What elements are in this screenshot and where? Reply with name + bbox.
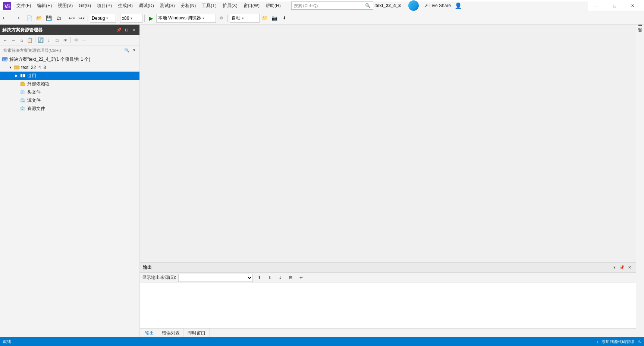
panel-collapse[interactable]: ↕ [45,37,53,44]
svg-text:C++: C++ [15,67,19,69]
output-source-select[interactable] [178,274,253,282]
panel-showall[interactable]: □ [53,37,61,44]
output-btn-down[interactable]: ⬇ [266,274,274,282]
menu-item-window[interactable]: 窗口(W) [241,1,263,10]
src-label: 源文件 [27,97,139,104]
panel-misc[interactable]: — [81,37,88,44]
toolbar-forward-button[interactable]: ⟶ [12,13,21,23]
svg-marker-13 [21,90,24,91]
toolbar-separator-4 [118,15,118,22]
output-dropdown-btn[interactable]: ▾ [611,264,618,271]
tree-header-files[interactable]: ▶ .h 头文件 [0,88,139,96]
tree-area: SLN 解决方案"text_22_4_3"(1 个项目/共 1 个) ▼ C++… [0,55,139,337]
toolbar-separator-5 [144,15,145,22]
ref-label: 引用 [27,73,139,79]
global-search-box[interactable]: 🔍 [291,1,373,10]
toolbar-back-button[interactable]: ⟵ [1,13,11,23]
project-node[interactable]: ▼ C++ text_22_4_3 [0,63,139,72]
debug-target-dropdown[interactable]: 本地 Windows 调试器 ▾ [156,14,216,23]
toolbar-attach-button[interactable]: ⚙ [217,13,226,23]
output-close-btn[interactable]: ✕ [626,264,633,271]
platform-dropdown[interactable]: x86 ▾ [120,14,142,23]
toolbar-undo-button[interactable]: ↩ ▾ [67,13,76,23]
tree-references[interactable]: ▶ 引用 [0,72,139,80]
search-input[interactable] [294,3,365,8]
toolbar-separator-3 [88,15,88,22]
debug-target-label: 本地 Windows 调试器 [158,15,201,21]
tree-resource-files[interactable]: ▶ .rc 资源文件 [0,104,139,113]
menu-item-debug[interactable]: 调试(D) [136,1,157,10]
menu-item-help[interactable]: 帮助(H) [263,1,284,10]
output-pin-btn[interactable]: 📌 [619,264,625,271]
panel-view[interactable]: 👁 [62,37,69,44]
toolbar-newsolution-button[interactable]: 📄 [25,13,34,23]
toolbar-open-button[interactable]: 📂 [35,13,44,23]
account-icon[interactable]: 🌐 [408,0,419,11]
toolbar-view1-button[interactable]: 📁 [260,13,269,23]
output-tab-immediate[interactable]: 即时窗口 [184,328,210,337]
menu-item-analyze[interactable]: 分析(N) [178,1,199,10]
right-panel-toolbox[interactable]: 工具箱 [637,32,644,38]
panel-settings[interactable]: ⚙ [72,37,80,44]
output-content [140,283,636,328]
panel-pin-alt-button[interactable]: ⊟ [123,26,130,33]
menu-item-build[interactable]: 生成(B) [115,1,136,10]
panel-show-all[interactable]: 📋 [26,37,34,44]
solution-search-button[interactable]: 🔍 [123,47,131,54]
solution-node[interactable]: SLN 解决方案"text_22_4_3"(1 个项目/共 1 个) [0,55,139,63]
toolbar-view3-button[interactable]: ⬇ [280,13,289,23]
panel-pin-button[interactable]: 📌 [116,26,122,33]
svg-marker-19 [21,106,24,107]
menu-item-test[interactable]: 测试(S) [157,1,178,10]
panel-close-button[interactable]: ✕ [131,26,137,33]
menu-item-file[interactable]: 文件(F) [13,1,34,10]
toolbar-save-button[interactable]: 💾 [44,13,53,23]
status-up-icon: ↑ [597,339,599,344]
panel-home[interactable]: ⌂ [18,37,25,44]
status-source-control[interactable]: 添加到源代码管理 [601,339,634,345]
hdr-label: 头文件 [27,89,139,95]
live-share-button[interactable]: ↗ Live Share [422,2,453,9]
live-share-label: Live Share [430,3,451,8]
output-btn-word-wrap[interactable]: ↩ [297,274,305,282]
toolbar-saveall-button[interactable]: 🗂 [54,13,63,23]
panel-refresh[interactable]: 🔄 [37,37,44,44]
menu-item-tools[interactable]: 工具(T) [199,1,219,10]
solution-search-more[interactable]: ▾ [131,47,138,54]
output-btn-up[interactable]: ⬆ [255,274,263,282]
output-btn-clear[interactable]: ⊟ [286,274,295,282]
status-bar: 就绪 ↑ 添加到源代码管理 ⚠ [0,337,644,346]
output-panel-header: 输出 ▾ 📌 ✕ [140,263,636,273]
hdr-icon: .h [19,89,26,95]
toolbar-view2-button[interactable]: 📷 [270,13,279,23]
toolbar-run-button[interactable]: ▶ [147,13,155,23]
ref-expand[interactable]: ▶ [13,73,19,79]
editor-area: 输出 ▾ 📌 ✕ 显示输出来源(S): ⬆ ⬇ ⤓ ⊟ ↩ [140,25,636,337]
title-bar: V S 文件(F) 编辑(E) 视图(V) Git(G) 项目(P) 生成(B)… [0,0,644,12]
menu-item-extensions[interactable]: 扩展(X) [220,1,241,10]
solution-search-input[interactable] [1,47,123,54]
toolbar-redo-button[interactable]: ↪ ▾ [77,13,86,23]
output-tab-errors[interactable]: 错误列表 [158,328,184,337]
panel-nav-forward[interactable]: → [10,37,17,44]
project-expand[interactable]: ▼ [7,65,13,70]
close-button[interactable]: ✕ [624,0,641,12]
maximize-button[interactable]: □ [606,0,623,12]
menu-item-edit[interactable]: 编辑(E) [34,1,55,10]
output-tab-output[interactable]: 输出 [141,328,158,337]
menu-item-view[interactable]: 视图(V) [55,1,76,10]
toolbar-separator-2 [65,15,65,22]
menu-item-git[interactable]: Git(G) [76,1,94,10]
output-panel-title: 输出 [143,264,611,271]
menu-item-project[interactable]: 项目(P) [94,1,115,10]
output-btn-end[interactable]: ⤓ [276,274,284,282]
panel-nav-back[interactable]: ← [1,37,9,44]
profile-button[interactable]: 👤 [453,0,464,11]
minimize-button[interactable]: ─ [588,0,605,12]
tree-external-deps[interactable]: ▶ 外部依赖项 [0,80,139,88]
tree-source-files[interactable]: ▶ .cpp 源文件 [0,96,139,104]
debug-config-dropdown[interactable]: Debug ▾ [90,14,116,23]
auto-dropdown[interactable]: 自动 ▾ [230,14,260,23]
right-panel-server-explorer[interactable]: 服务器资源管理器 [637,26,644,32]
status-ready[interactable]: 就绪 [3,339,11,345]
